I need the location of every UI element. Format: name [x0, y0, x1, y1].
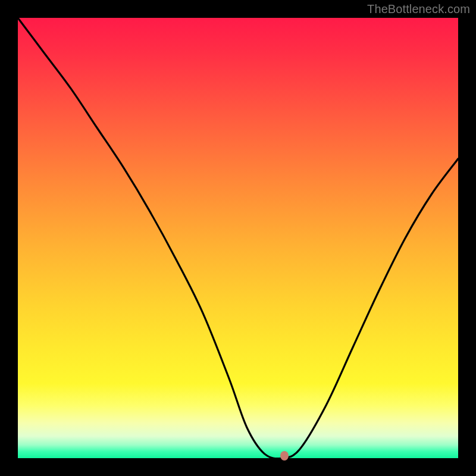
curve-svg	[18, 18, 458, 458]
plot-area	[18, 18, 458, 458]
watermark-text: TheBottleneck.com	[367, 2, 470, 16]
optimal-point-marker	[280, 451, 289, 461]
bottleneck-curve-path	[18, 18, 458, 458]
chart-frame: TheBottleneck.com	[0, 0, 476, 476]
